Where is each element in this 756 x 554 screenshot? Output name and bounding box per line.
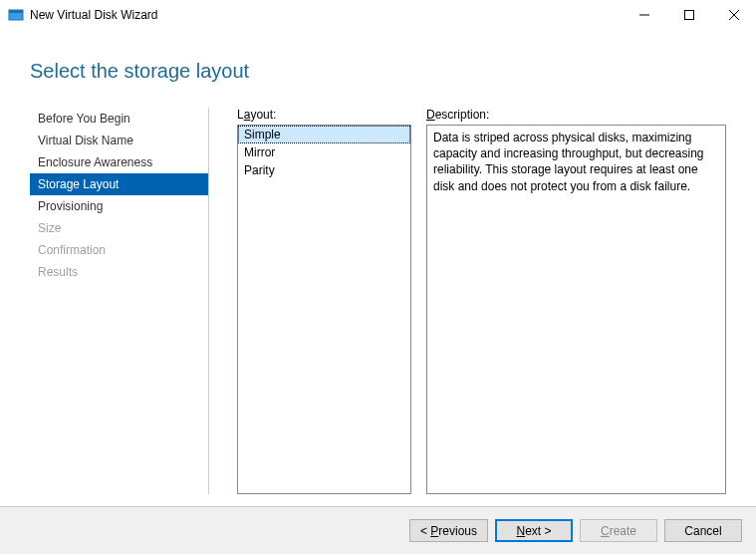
description-box: Data is striped across physical disks, m… [426,125,726,494]
close-button[interactable] [711,0,756,30]
nav-virtual-disk-name[interactable]: Virtual Disk Name [30,130,208,151]
description-label: Description: [426,108,726,122]
nav-provisioning[interactable]: Provisioning [30,195,208,217]
minimize-button[interactable] [622,0,666,30]
nav-enclosure-awareness[interactable]: Enclosure Awareness [30,151,208,173]
layout-label: Layout: [237,108,411,122]
titlebar: New Virtual Disk Wizard [0,0,756,30]
app-icon [8,7,24,23]
nav-storage-layout[interactable]: Storage Layout [30,173,208,195]
content-area: Layout: Simple Mirror Parity Description… [209,108,726,494]
nav-confirmation: Confirmation [30,239,208,261]
nav-before-you-begin[interactable]: Before You Begin [30,108,208,130]
maximize-button[interactable] [666,0,711,30]
next-button[interactable]: Next > [495,519,573,542]
layout-option-parity[interactable]: Parity [238,161,410,179]
wizard-body: Before You Begin Virtual Disk Name Enclo… [0,108,756,494]
wizard-nav: Before You Begin Virtual Disk Name Enclo… [30,108,209,494]
description-text: Data is striped across physical disks, m… [433,131,704,193]
previous-button[interactable]: < Previous [409,519,488,542]
nav-results: Results [30,261,208,283]
page-header: Select the storage layout [0,30,756,108]
page-title: Select the storage layout [30,60,726,83]
window-title: New Virtual Disk Wizard [30,8,157,22]
svg-rect-1 [9,10,23,13]
cancel-button[interactable]: Cancel [664,519,742,542]
create-button: Create [580,519,657,542]
nav-size: Size [30,217,208,239]
layout-option-mirror[interactable]: Mirror [238,143,410,161]
layout-listbox[interactable]: Simple Mirror Parity [237,125,411,494]
description-column: Description: Data is striped across phys… [426,108,726,494]
svg-rect-3 [684,10,693,19]
button-row: < Previous Next > Create Cancel [0,506,756,554]
layout-column: Layout: Simple Mirror Parity [237,108,411,494]
layout-option-simple[interactable]: Simple [238,126,410,143]
